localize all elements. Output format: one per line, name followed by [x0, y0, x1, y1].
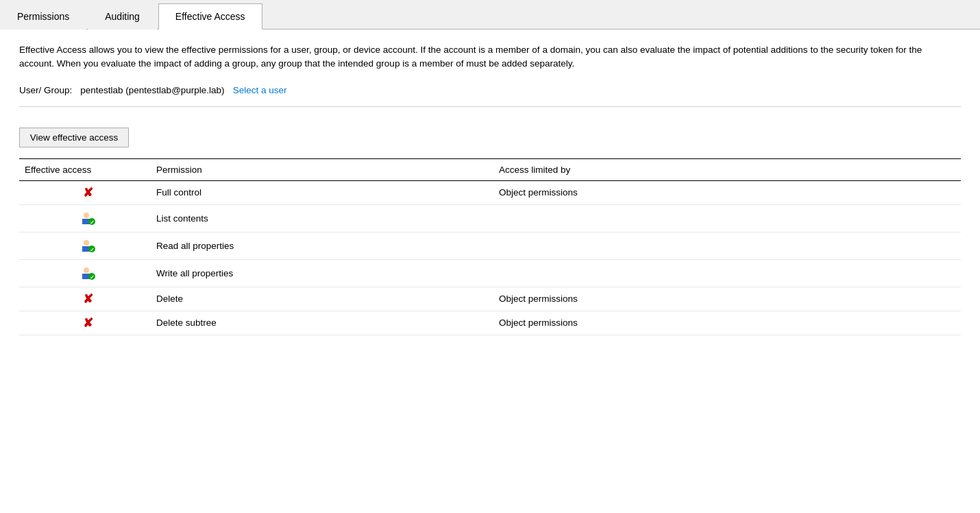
- access-icon-cell: ✘: [19, 180, 156, 204]
- allow-icon: ✓: [79, 237, 96, 253]
- table-row: ✓ Read all properties: [19, 232, 961, 259]
- svg-point-5: [84, 240, 89, 246]
- deny-icon: ✘: [83, 315, 93, 331]
- view-button-row: View effective access: [19, 128, 961, 147]
- permission-cell: Write all properties: [156, 259, 499, 287]
- col-limited-by: Access limited by: [499, 158, 961, 180]
- limited-by-cell: Object permissions: [499, 287, 961, 311]
- tab-auditing[interactable]: Auditing: [88, 3, 157, 29]
- limited-by-cell: [499, 259, 961, 287]
- limited-by-cell: Object permissions: [499, 311, 961, 335]
- description-text: Effective Access allows you to view the …: [19, 43, 944, 71]
- permission-cell: Delete: [156, 287, 499, 311]
- access-icon-cell: ✓: [19, 259, 156, 287]
- access-icon-cell: ✓: [19, 232, 156, 259]
- table-row: ✓ List contents: [19, 204, 961, 232]
- svg-point-1: [84, 213, 89, 218]
- table-row: ✘DeleteObject permissions: [19, 287, 961, 311]
- user-group-value: pentestlab (pentestlab@purple.lab): [80, 85, 224, 95]
- content-area: Effective Access allows you to view the …: [0, 29, 980, 513]
- limited-by-cell: Object permissions: [499, 180, 961, 204]
- permission-cell: Full control: [156, 180, 499, 204]
- permission-cell: Delete subtree: [156, 311, 499, 335]
- limited-by-cell: [499, 232, 961, 259]
- permission-cell: List contents: [156, 204, 499, 232]
- table-row: ✓ Write all properties: [19, 259, 961, 287]
- access-icon-cell: ✓: [19, 204, 156, 232]
- view-effective-access-button[interactable]: View effective access: [19, 128, 129, 147]
- deny-icon: ✘: [83, 291, 93, 307]
- user-group-row: User/ Group: pentestlab (pentestlab@purp…: [19, 85, 961, 107]
- svg-text:✓: ✓: [90, 274, 95, 281]
- table-header-row: Effective access Permission Access limit…: [19, 158, 961, 180]
- permission-cell: Read all properties: [156, 232, 499, 259]
- table-row: ✘Delete subtreeObject permissions: [19, 311, 961, 335]
- access-icon-cell: ✘: [19, 287, 156, 311]
- allow-icon: ✓: [79, 209, 96, 226]
- table-row: ✘Full controlObject permissions: [19, 180, 961, 204]
- allow-icon: ✓: [79, 264, 96, 281]
- tab-permissions[interactable]: Permissions: [0, 3, 86, 29]
- col-effective-access: Effective access: [19, 158, 156, 180]
- deny-icon: ✘: [83, 185, 93, 200]
- svg-point-9: [84, 267, 89, 273]
- dialog: Permissions Auditing Effective Access Ef…: [0, 0, 980, 513]
- access-icon-cell: ✘: [19, 311, 156, 335]
- svg-text:✓: ✓: [90, 219, 95, 226]
- user-group-label: User/ Group:: [19, 85, 72, 95]
- tab-bar: Permissions Auditing Effective Access: [0, 0, 980, 29]
- svg-text:✓: ✓: [90, 247, 95, 253]
- tab-effective-access[interactable]: Effective Access: [158, 3, 262, 29]
- select-user-link[interactable]: Select a user: [233, 85, 287, 95]
- col-permission: Permission: [156, 158, 499, 180]
- limited-by-cell: [499, 204, 961, 232]
- access-table: Effective access Permission Access limit…: [19, 158, 961, 335]
